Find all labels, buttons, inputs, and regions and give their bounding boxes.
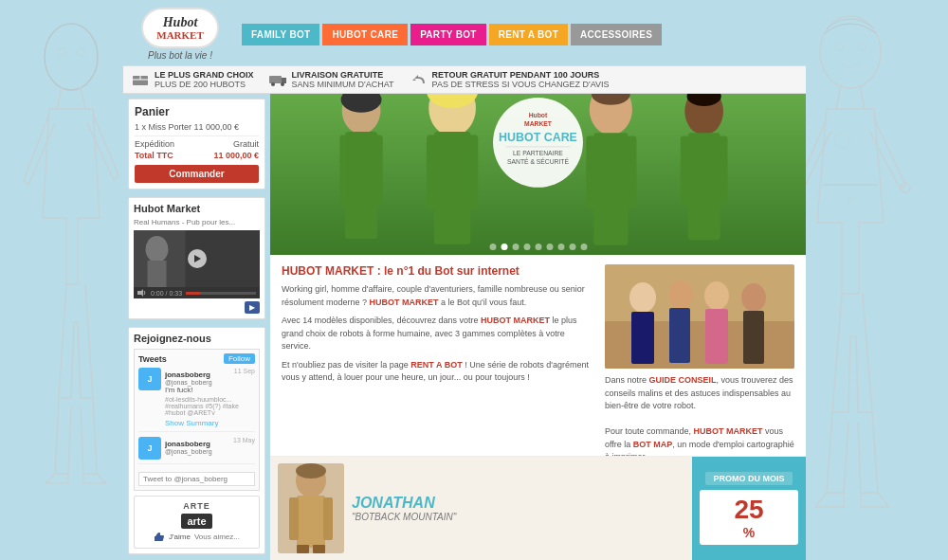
svg-point-4 (77, 48, 84, 56)
nav-rent-a-bot[interactable]: RENT A BOT (489, 24, 568, 45)
dot-2[interactable] (512, 244, 519, 250)
svg-rect-68 (289, 497, 299, 540)
svg-rect-30 (345, 133, 377, 240)
video-progress[interactable] (186, 292, 256, 295)
dot-8[interactable] (580, 244, 587, 250)
video-box: Hubot Market Real Humans - Pub pour les.… (128, 197, 265, 319)
svg-rect-69 (323, 497, 333, 540)
svg-rect-18 (269, 76, 282, 83)
svg-rect-49 (627, 136, 636, 209)
hero-banner: Hubot MARKET HUBOT CARE LE PARTENAIRE SA… (270, 94, 806, 255)
svg-rect-64 (743, 311, 764, 364)
promo-banner: 25 % (700, 490, 798, 545)
logo-market-text: MARKET (156, 29, 204, 41)
tweet-input[interactable] (138, 472, 255, 486)
svg-rect-67 (297, 496, 325, 548)
arte-title: ARTE (139, 501, 254, 511)
content-area: Panier 1 x Miss Porter 11 000,00 € Expéd… (123, 94, 806, 560)
hubot-link-3[interactable]: HUBOT MARKET (694, 426, 763, 436)
dot-5[interactable] (546, 244, 553, 250)
svg-point-14 (848, 197, 852, 201)
bot-map-link[interactable]: BOT MAP (633, 440, 673, 449)
svg-rect-48 (586, 136, 595, 209)
svg-line-8 (836, 85, 841, 109)
like-icon (154, 532, 165, 543)
nav-family-bot[interactable]: FAMILY BOT (242, 24, 319, 45)
dot-4[interactable] (535, 244, 541, 250)
promo-subname: "BOTBACK MOUNTAIN" (352, 512, 456, 522)
volume-icon[interactable] (137, 289, 147, 297)
promo-percent: 25 (704, 495, 793, 525)
svg-rect-31 (339, 135, 348, 205)
panier-box: Panier 1 x Miss Porter 11 000,00 € Expéd… (128, 99, 265, 190)
promo-section: JONATHAN "BOTBACK MOUNTAIN" PROMO DU MOI… (270, 456, 806, 560)
svg-point-6 (835, 44, 843, 51)
box-icon (131, 73, 150, 86)
info-bar: LE PLUS GRAND CHOIX PLUS DE 200 HUBOTS L… (123, 65, 806, 94)
svg-point-61 (704, 281, 729, 310)
svg-point-20 (281, 82, 284, 86)
tweets-label: Tweets (138, 354, 167, 364)
svg-rect-60 (669, 308, 690, 363)
tweets-header: Tweets Follow (138, 353, 255, 364)
tweet-avatar-2: J (138, 437, 161, 460)
tweet-content-1: jonasboberg 11 Sep @jonas_boberg I'm fuc… (165, 368, 255, 426)
share-button[interactable]: ▶ (245, 301, 260, 314)
svg-marker-25 (137, 289, 143, 297)
panier-item: 1 x Miss Porter 11 000,00 € (135, 122, 259, 132)
follow-button[interactable]: Follow (224, 353, 255, 364)
dot-0[interactable] (489, 244, 496, 250)
dot-3[interactable] (523, 244, 530, 250)
panier-total: Total TTC 11 000,00 € (135, 151, 259, 160)
rent-a-bot-link[interactable]: RENT A BOT (410, 360, 462, 370)
article-para-3: Et n'oubliez pas de visiter la page RENT… (282, 359, 595, 385)
hubot-link-2[interactable]: HUBOT MARKET (481, 316, 550, 325)
panier-title: Panier (135, 105, 259, 118)
commander-button[interactable]: Commander (135, 165, 259, 183)
promo-text: JONATHAN "BOTBACK MOUNTAIN" (352, 495, 456, 522)
truck-icon (268, 73, 287, 86)
nav-party-bot[interactable]: PARTY BOT (410, 24, 486, 45)
nav-accessoires[interactable]: ACCESSOIRES (571, 24, 662, 45)
svg-point-13 (834, 133, 849, 148)
header: Hubot MARKET Plus bot la vie ! FAMILY BO… (123, 0, 806, 65)
svg-point-7 (858, 44, 866, 51)
article-para-1: Working girl, homme d'affaire, couple d'… (282, 283, 595, 309)
nav-hubot-care[interactable]: HUBOT CARE (322, 24, 408, 45)
logo: Hubot MARKET (141, 8, 219, 48)
svg-point-63 (741, 283, 766, 312)
dot-7[interactable] (569, 244, 575, 250)
main-text-area: HUBOT MARKET : le n°1 du Bot sur interne… (270, 255, 806, 456)
svg-point-66 (296, 463, 326, 479)
article-left: HUBOT MARKET : le n°1 du Bot sur interne… (282, 264, 595, 446)
video-controls: 0:00 / 0:33 (134, 287, 260, 298)
svg-point-59 (668, 280, 693, 309)
dot-6[interactable] (557, 244, 564, 250)
svg-point-3 (58, 48, 65, 56)
svg-text:LE PARTENAIRE: LE PARTENAIRE (513, 150, 563, 156)
video-thumbnail[interactable] (134, 230, 260, 287)
svg-rect-62 (705, 309, 728, 364)
social-box: Rejoignez-nous Tweets Follow J jonasbobe… (128, 327, 265, 553)
hubot-link-1[interactable]: HUBOT MARKET (370, 298, 439, 307)
svg-rect-52 (688, 134, 720, 241)
promo-right: PROMO DU MOIS 25 % (692, 457, 806, 560)
svg-point-23 (146, 236, 169, 262)
video-time: 0:00 / 0:33 (151, 290, 182, 297)
svg-rect-71 (313, 545, 325, 553)
svg-point-0 (45, 24, 98, 90)
svg-text:HUBOT CARE: HUBOT CARE (499, 132, 577, 145)
dot-1[interactable] (501, 244, 507, 250)
article-right: Dans notre GUIDE CONSEIL, vous trouverez… (605, 264, 794, 446)
tweets-area: Tweets Follow J jonasboberg 11 Sep @jona… (134, 349, 260, 490)
video-play-button[interactable] (188, 249, 207, 268)
guide-link[interactable]: GUIDE CONSEIL (649, 375, 717, 385)
tweet-item-2: J jonasboberg 13 May @jonas_boberg (138, 437, 255, 464)
logo-hubot-text: Hubot (156, 15, 204, 29)
show-summary-link[interactable]: Show Summary (165, 419, 218, 427)
tweet-avatar-1: J (138, 368, 161, 390)
sidebar: Panier 1 x Miss Porter 11 000,00 € Expéd… (123, 94, 270, 560)
info-livraison: LIVRAISON GRATUITE SANS MINIMUM D'ACHAT (268, 70, 394, 89)
svg-rect-24 (148, 261, 167, 287)
svg-point-57 (629, 282, 656, 313)
